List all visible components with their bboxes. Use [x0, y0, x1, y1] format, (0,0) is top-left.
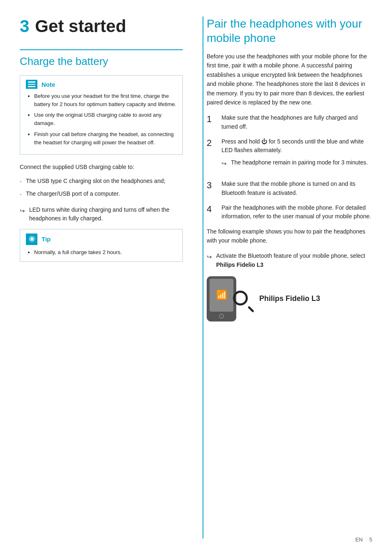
step-3-num: 3 [207, 180, 218, 192]
led-note: ↪ LED turns white during charging and tu… [20, 206, 183, 223]
step-2-num: 2 [207, 137, 218, 149]
pair-section-heading: Pair the headphones with your mobile pho… [207, 16, 372, 45]
bullet-dot-2: · [20, 189, 22, 200]
numbered-steps: 1 Make sure that the headphones are full… [207, 113, 372, 221]
connect-intro: Connect the supplied USB charging cable … [20, 163, 183, 172]
footer-lang: EN [355, 536, 363, 543]
tip-label: Tip [42, 236, 51, 243]
pair-intro: Before you use the headphones with your … [207, 52, 372, 107]
bluetooth-icon: 📶 [216, 290, 227, 301]
magnifier-handle [248, 306, 254, 312]
phone-home-button [219, 314, 224, 319]
step-1-text: Make sure that the headphones are fully … [221, 113, 372, 131]
philips-model-inline: Philips Fidelio L3 [216, 261, 263, 268]
magnifier-circle [233, 291, 248, 305]
arrow-sym-activate: ↪ [207, 252, 212, 262]
activate-bluetooth: ↪ Activate the Bluetooth feature of your… [207, 251, 372, 270]
note-item-2: Use only the original USB charging cable… [34, 111, 177, 127]
arrow-sym-led: ↪ [20, 206, 25, 215]
connect-item-2: · The charger/USB port of a computer. [20, 190, 183, 200]
step-3: 3 Make sure that the mobile phone is tur… [207, 180, 372, 197]
phone-body: 📶 [207, 276, 236, 321]
step-4-num: 4 [207, 204, 218, 215]
bullet-dot-1: · [20, 176, 22, 187]
chapter-heading: 3Get started [20, 16, 183, 36]
philips-label: Philips Fidelio L3 [259, 294, 320, 303]
chapter-number: 3 [20, 16, 29, 36]
tip-list: Normally, a full charge takes 2 hours. [26, 248, 177, 257]
step-2: 2 Press and hold ⏻ for 5 seconds until t… [207, 137, 372, 174]
note-header: Note [26, 80, 177, 89]
note-box: Note Before you use your headset for the… [20, 75, 183, 155]
connect-item-1: · The USB type C charging slot on the he… [20, 177, 183, 187]
tip-header: ✳ Tip [26, 234, 177, 245]
step-4-text: Pair the headphones with the mobile phon… [221, 204, 372, 221]
phone-illustration: 📶 Philips Fidelio L3 [207, 276, 372, 321]
page-footer: EN 5 [355, 536, 372, 543]
step-2-sub: ↪ The headphone remain in pairing mode f… [221, 158, 372, 168]
charge-section-heading: Charge the battery [20, 55, 183, 68]
left-column: 3Get started Charge the battery Note Bef… [20, 16, 189, 539]
pair-conclusion: The following example shows you how to p… [207, 227, 372, 245]
step-3-text: Make sure that the mobile phone is turne… [221, 180, 372, 197]
step-2-sub-arrow: ↪ The headphone remain in pairing mode f… [221, 158, 372, 168]
step-2-text: Press and hold ⏻ for 5 seconds until the… [221, 138, 364, 154]
footer-page: 5 [369, 536, 372, 543]
section-divider-charge [20, 49, 183, 50]
arrow-sym-step2: ↪ [221, 159, 227, 168]
tip-icon: ✳ [26, 234, 37, 245]
step-1-num: 1 [207, 113, 218, 125]
step-2-content: Press and hold ⏻ for 5 seconds until the… [221, 137, 372, 174]
step-4: 4 Pair the headphones with the mobile ph… [207, 204, 372, 221]
note-label: Note [42, 81, 55, 88]
phone-screen: 📶 [210, 279, 233, 312]
note-icon [26, 80, 37, 89]
activate-text: Activate the Bluetooth feature of your m… [216, 251, 372, 270]
tip-asterisk-icon: ✳ [28, 235, 35, 243]
right-column: Pair the headphones with your mobile pho… [203, 16, 372, 539]
chapter-title: Get started [35, 16, 126, 36]
note-item-3: Finish your call before charging the hea… [34, 130, 177, 147]
note-item-1: Before you use your headset for the firs… [34, 92, 177, 109]
connect-items: · The USB type C charging slot on the he… [20, 177, 183, 200]
tip-item-1: Normally, a full charge takes 2 hours. [34, 248, 177, 257]
step-1: 1 Make sure that the headphones are full… [207, 113, 372, 131]
note-list: Before you use your headset for the firs… [26, 92, 177, 147]
tip-box: ✳ Tip Normally, a full charge takes 2 ho… [20, 229, 183, 262]
